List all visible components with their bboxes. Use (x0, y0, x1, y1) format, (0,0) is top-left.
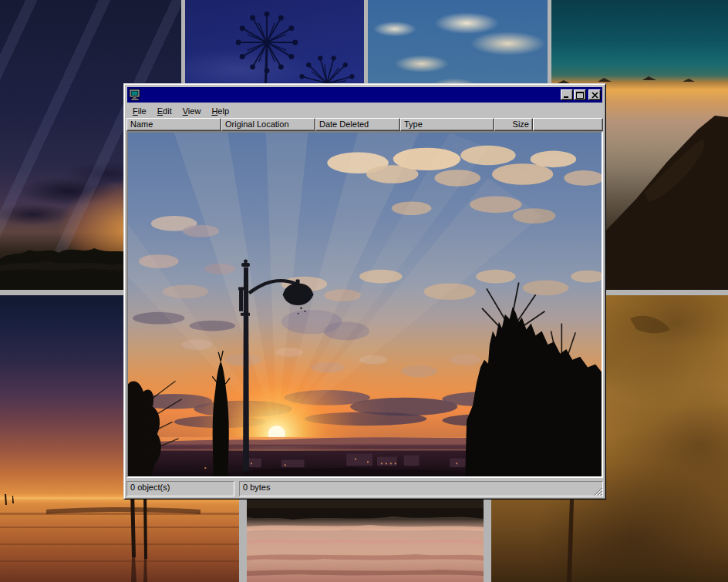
maximize-icon (576, 92, 584, 99)
close-button[interactable] (588, 89, 601, 100)
folder-view[interactable] (126, 131, 603, 478)
desktop: File Edit View Help Name Original Locati… (0, 0, 728, 582)
menu-edit[interactable]: Edit (152, 105, 177, 117)
column-header-original-location[interactable]: Original Location (221, 118, 315, 131)
menu-help[interactable]: Help (206, 105, 234, 117)
menu-file[interactable]: File (127, 105, 152, 117)
status-bar: 0 object(s) 0 bytes (126, 479, 603, 496)
status-bytes: 0 bytes (239, 481, 603, 496)
maximize-button[interactable] (574, 89, 586, 100)
column-header-size[interactable]: Size (494, 118, 533, 131)
column-header-name[interactable]: Name (126, 118, 221, 131)
resize-grip-icon[interactable] (592, 486, 603, 496)
sunset-lamp-photo (128, 133, 602, 476)
column-header-type[interactable]: Type (400, 118, 494, 131)
menu-bar: File Edit View Help (126, 103, 603, 118)
minimize-button[interactable] (561, 89, 573, 100)
close-icon (592, 92, 598, 99)
titlebar[interactable] (127, 87, 602, 103)
menu-view[interactable]: View (177, 105, 207, 117)
column-header-empty[interactable] (533, 118, 603, 131)
column-header-row: Name Original Location Date Deleted Type… (126, 118, 603, 131)
status-objects: 0 object(s) (126, 481, 234, 496)
minimize-icon (563, 92, 571, 99)
recycle-bin-window: File Edit View Help Name Original Locati… (123, 83, 606, 500)
window-controls (560, 89, 601, 100)
column-header-date-deleted[interactable]: Date Deleted (315, 118, 400, 131)
computer-icon[interactable] (129, 89, 141, 101)
